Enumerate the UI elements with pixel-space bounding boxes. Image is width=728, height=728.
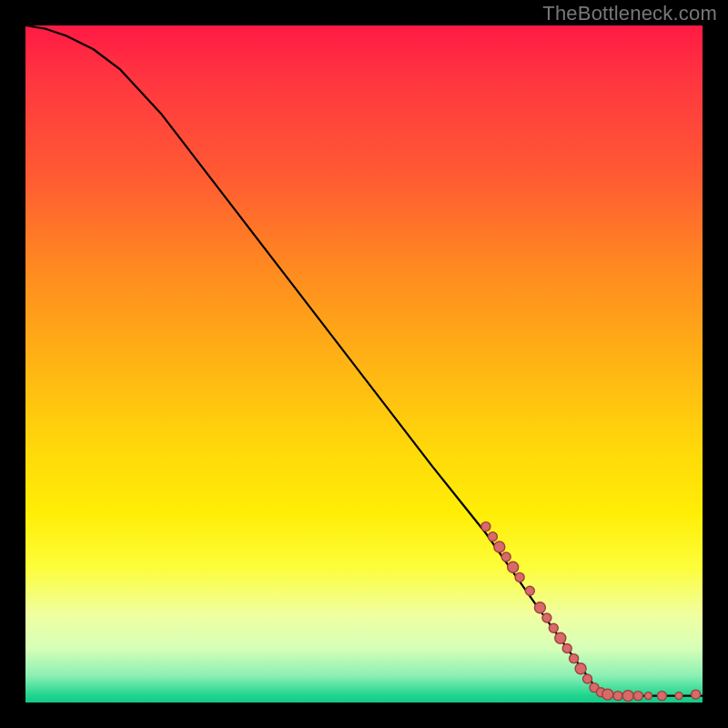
data-marker [534,602,545,613]
data-marker [501,552,511,561]
data-marker [562,644,571,653]
plot-overlay [25,25,703,703]
data-marker [613,692,622,701]
data-marker [508,561,519,572]
data-marker [602,689,613,700]
attribution-label: TheBottleneck.com [542,2,717,25]
data-marker [570,654,579,663]
data-marker [583,674,592,683]
data-marker [494,541,505,552]
data-marker [481,522,490,531]
data-marker [622,691,633,702]
plot-area [25,25,703,703]
bottleneck-curve [25,25,703,696]
data-markers [481,522,701,702]
chart-container: TheBottleneck.com [0,0,728,728]
data-marker [525,586,534,595]
data-marker [515,572,524,581]
data-marker [549,623,558,632]
data-marker [555,632,566,643]
data-marker [488,532,497,541]
data-marker [575,663,586,674]
data-marker [692,690,701,699]
data-marker [542,613,551,622]
data-marker [645,693,652,700]
data-marker [657,692,666,701]
data-marker [675,693,682,700]
data-marker [633,692,642,701]
